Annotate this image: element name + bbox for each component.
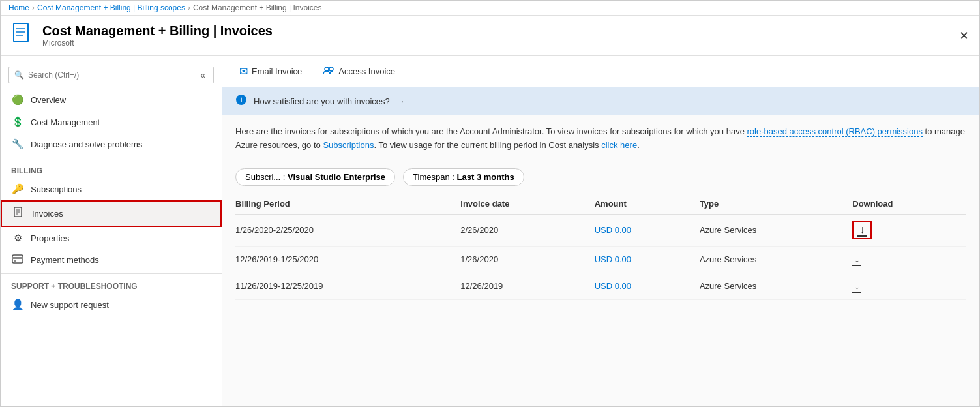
download-button[interactable]: ↓: [852, 221, 872, 239]
download-icon: ↓: [852, 280, 861, 293]
diagnose-icon: 🔧: [11, 138, 24, 150]
cell-billing-period: 1/26/2020-2/25/2020: [235, 214, 460, 246]
cell-invoice-date: 12/26/2019: [460, 273, 594, 299]
desc-period: .: [637, 140, 640, 150]
banner-arrow: →: [396, 97, 405, 106]
sidebar-label-payment-methods: Payment methods: [31, 255, 99, 265]
sidebar-label-properties: Properties: [31, 234, 69, 243]
cell-type: Azure Services: [700, 214, 852, 246]
new-support-icon: 👤: [11, 299, 24, 310]
table-header-row: Billing Period Invoice date Amount Type …: [235, 194, 966, 215]
download-button[interactable]: ↓: [852, 280, 861, 293]
main-layout: 🔍 « 🟢 Overview 💲 Cost Management 🔧 Diagn…: [1, 56, 979, 406]
sidebar-item-subscriptions[interactable]: 🔑 Subscriptions: [1, 178, 222, 200]
table-row: 12/26/2019-1/25/2020 1/26/2020 USD 0.00 …: [235, 246, 966, 273]
title-bar: Cost Management + Billing | Invoices Mic…: [1, 16, 979, 56]
col-amount: Amount: [595, 194, 700, 215]
sidebar-label-invoices: Invoices: [32, 209, 63, 219]
divider-support: [1, 273, 222, 274]
table-row: 1/26/2020-2/25/2020 2/26/2020 USD 0.00 A…: [235, 214, 966, 246]
cell-amount[interactable]: USD 0.00: [595, 214, 700, 246]
title-text: Cost Management + Billing | Invoices Mic…: [42, 23, 273, 48]
desc-text-after: . To view usage for the current billing …: [374, 140, 601, 150]
timespan-filter-colon: :: [452, 172, 456, 182]
download-button[interactable]: ↓: [852, 253, 861, 266]
breadcrumb-billing-scopes[interactable]: Cost Management + Billing | Billing scop…: [37, 3, 185, 12]
cell-invoice-date: 2/26/2020: [460, 214, 594, 246]
subscription-filter-label: Subscri...: [245, 172, 280, 182]
timespan-filter-value: Last 3 months: [457, 172, 514, 182]
filters: Subscri... : Visual Studio Enterprise Ti…: [222, 163, 979, 194]
svg-rect-10: [14, 260, 16, 262]
email-invoice-label: Email Invoice: [252, 67, 302, 76]
cost-management-icon: 💲: [11, 116, 24, 128]
title-icon: [11, 22, 35, 49]
sidebar-item-payment-methods[interactable]: Payment methods: [1, 249, 222, 271]
collapse-button[interactable]: «: [198, 70, 208, 80]
invoice-table-wrapper: Billing Period Invoice date Amount Type …: [222, 194, 979, 300]
sidebar-item-diagnose[interactable]: 🔧 Diagnose and solve problems: [1, 133, 222, 155]
sidebar-item-new-support[interactable]: 👤 New support request: [1, 294, 222, 316]
access-invoice-label: Access Invoice: [338, 67, 395, 76]
col-billing-period: Billing Period: [235, 194, 460, 215]
cell-billing-period: 11/26/2019-12/25/2019: [235, 273, 460, 299]
rbac-link[interactable]: role-based access control (RBAC) permiss…: [747, 127, 922, 137]
support-section-label: Support + troubleshooting: [1, 277, 222, 294]
toolbar: ✉ Email Invoice Access Invoice: [222, 56, 979, 87]
sidebar-item-cost-management[interactable]: 💲 Cost Management: [1, 111, 222, 133]
payment-methods-icon: [11, 254, 24, 265]
subscriptions-icon: 🔑: [11, 183, 24, 195]
sidebar-label-overview: Overview: [31, 95, 66, 105]
page-title: Cost Management + Billing | Invoices: [42, 23, 273, 38]
sidebar-label-new-support: New support request: [31, 300, 109, 310]
svg-text:i: i: [240, 95, 242, 104]
sidebar-label-cost-management: Cost Management: [31, 117, 100, 127]
info-banner: i How satisfied are you with invoices? →: [222, 87, 979, 115]
col-download: Download: [852, 194, 966, 215]
cell-download: ↓: [852, 246, 966, 273]
cell-amount[interactable]: USD 0.00: [595, 246, 700, 273]
cell-amount[interactable]: USD 0.00: [595, 273, 700, 299]
download-icon: ↓: [857, 224, 867, 237]
page-subtitle: Microsoft: [42, 38, 273, 48]
subscription-filter[interactable]: Subscri... : Visual Studio Enterprise: [235, 168, 395, 186]
cell-billing-period: 12/26/2019-1/25/2020: [235, 246, 460, 273]
properties-icon: ⚙: [11, 232, 24, 244]
cell-type: Azure Services: [700, 246, 852, 273]
search-icon: 🔍: [14, 70, 24, 80]
billing-section-label: Billing: [1, 161, 222, 178]
sidebar: 🔍 « 🟢 Overview 💲 Cost Management 🔧 Diagn…: [1, 56, 222, 406]
download-icon: ↓: [852, 253, 861, 266]
breadcrumb-current: Cost Management + Billing | Invoices: [193, 3, 322, 12]
cell-type: Azure Services: [700, 273, 852, 299]
sidebar-item-invoices[interactable]: Invoices: [1, 200, 222, 227]
desc-text-before: Here are the invoices for subscriptions …: [235, 127, 747, 136]
close-button[interactable]: ✕: [959, 29, 969, 43]
sidebar-item-properties[interactable]: ⚙ Properties: [1, 227, 222, 249]
content-area: ✉ Email Invoice Access Invoice: [222, 56, 979, 406]
svg-point-12: [329, 67, 333, 71]
breadcrumb-home[interactable]: Home: [8, 3, 29, 12]
access-icon: [323, 66, 334, 78]
cell-invoice-date: 1/26/2020: [460, 246, 594, 273]
col-invoice-date: Invoice date: [460, 194, 594, 215]
app-window: Home › Cost Management + Billing | Billi…: [0, 0, 980, 407]
click-here-link[interactable]: click here: [601, 140, 637, 150]
info-icon: i: [235, 94, 247, 108]
col-type: Type: [700, 194, 852, 215]
invoice-table: Billing Period Invoice date Amount Type …: [235, 194, 966, 300]
svg-point-11: [325, 67, 329, 71]
subscription-filter-value: Visual Studio Enterprise: [288, 172, 385, 182]
subscription-filter-colon: :: [283, 172, 288, 182]
access-invoice-button[interactable]: Access Invoice: [319, 63, 399, 80]
timespan-filter[interactable]: Timespan : Last 3 months: [403, 168, 524, 186]
search-box: 🔍 «: [8, 67, 214, 83]
banner-text: How satisfied are you with invoices?: [254, 97, 390, 106]
sidebar-item-overview[interactable]: 🟢 Overview: [1, 89, 222, 111]
svg-rect-0: [14, 23, 28, 42]
search-input[interactable]: [28, 70, 198, 80]
subscriptions-link[interactable]: Subscriptions: [323, 140, 374, 150]
email-invoice-button[interactable]: ✉ Email Invoice: [235, 63, 306, 80]
invoices-icon: [12, 207, 25, 220]
overview-icon: 🟢: [11, 94, 24, 106]
